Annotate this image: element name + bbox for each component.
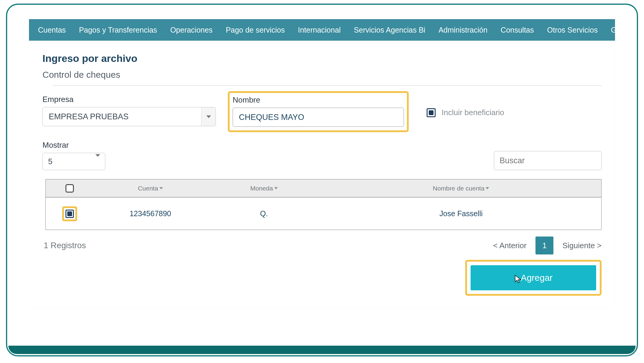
mostrar-label: Mostrar bbox=[42, 141, 105, 150]
chevron-down-icon bbox=[95, 157, 100, 166]
row-checkbox[interactable] bbox=[65, 210, 74, 218]
cell-cuenta: 1234567890 bbox=[94, 209, 207, 218]
search-input[interactable] bbox=[494, 151, 602, 170]
table-header: Cuenta Moneda Nombre de cuenta bbox=[46, 179, 601, 197]
cell-nombre: Jose Fasselli bbox=[321, 209, 601, 218]
device-base bbox=[8, 346, 636, 354]
records-count: 1 Registros bbox=[44, 241, 86, 250]
empresa-value: EMPRESA PRUEBAS bbox=[49, 112, 129, 121]
agregar-label: Agregar bbox=[521, 273, 553, 283]
nombre-input[interactable] bbox=[233, 108, 404, 127]
main-nav: Cuentas Pagos y Transferencias Operacion… bbox=[29, 19, 615, 41]
chevron-down-icon bbox=[201, 107, 216, 126]
nav-gestiones[interactable]: Gestiones bbox=[604, 19, 615, 41]
agregar-highlight: Agregar bbox=[465, 260, 602, 296]
page-number[interactable]: 1 bbox=[535, 237, 553, 254]
nav-operaciones[interactable]: Operaciones bbox=[164, 19, 219, 41]
col-cuenta[interactable]: Cuenta bbox=[94, 185, 207, 192]
nav-pago-servicios[interactable]: Pago de servicios bbox=[219, 19, 291, 41]
app-window: Cuentas Pagos y Transferencias Operacion… bbox=[29, 13, 615, 308]
page-subtitle: Control de cheques bbox=[42, 70, 602, 85]
next-page[interactable]: Siguiente > bbox=[562, 241, 602, 250]
divider bbox=[53, 85, 602, 86]
incluir-beneficiario-checkbox[interactable] bbox=[427, 108, 436, 117]
incluir-beneficiario-label: Incluir beneficiario bbox=[442, 108, 504, 117]
nav-servicios-agencias[interactable]: Servicios Agencias Bi bbox=[347, 19, 432, 41]
table-row: 1234567890 Q. Jose Fasselli bbox=[46, 197, 601, 230]
nombre-highlight: Nombre bbox=[228, 91, 409, 132]
cursor-icon bbox=[514, 274, 522, 283]
page-title: Ingreso por archivo bbox=[42, 53, 602, 64]
pagination: < Anterior 1 Siguiente > bbox=[493, 237, 602, 254]
sort-icon bbox=[274, 187, 278, 189]
nav-consultas[interactable]: Consultas bbox=[494, 19, 541, 41]
nav-otros-servicios[interactable]: Otros Servicios bbox=[541, 19, 604, 41]
col-moneda[interactable]: Moneda bbox=[207, 185, 321, 192]
prev-page[interactable]: < Anterior bbox=[493, 241, 527, 250]
empresa-select[interactable]: EMPRESA PRUEBAS bbox=[42, 107, 216, 126]
nav-pagos-transferencias[interactable]: Pagos y Transferencias bbox=[72, 19, 164, 41]
mostrar-value: 5 bbox=[48, 157, 52, 166]
row-checkbox-highlight bbox=[62, 206, 77, 221]
sort-icon bbox=[486, 187, 489, 189]
nombre-label: Nombre bbox=[233, 95, 404, 105]
nav-cuentas[interactable]: Cuentas bbox=[31, 19, 72, 41]
accounts-table: Cuenta Moneda Nombre de cuenta bbox=[45, 179, 602, 230]
mostrar-select[interactable]: 5 bbox=[42, 153, 105, 170]
agregar-button[interactable]: Agregar bbox=[471, 265, 596, 290]
empresa-label: Empresa bbox=[42, 95, 216, 104]
cell-moneda: Q. bbox=[207, 209, 321, 218]
nav-administracion[interactable]: Administración bbox=[432, 19, 494, 41]
device-frame: Cuentas Pagos y Transferencias Operacion… bbox=[6, 4, 638, 356]
select-all-checkbox[interactable] bbox=[65, 184, 74, 193]
sort-icon bbox=[159, 187, 163, 189]
col-nombre-cuenta[interactable]: Nombre de cuenta bbox=[321, 185, 601, 192]
nav-internacional[interactable]: Internacional bbox=[291, 19, 347, 41]
